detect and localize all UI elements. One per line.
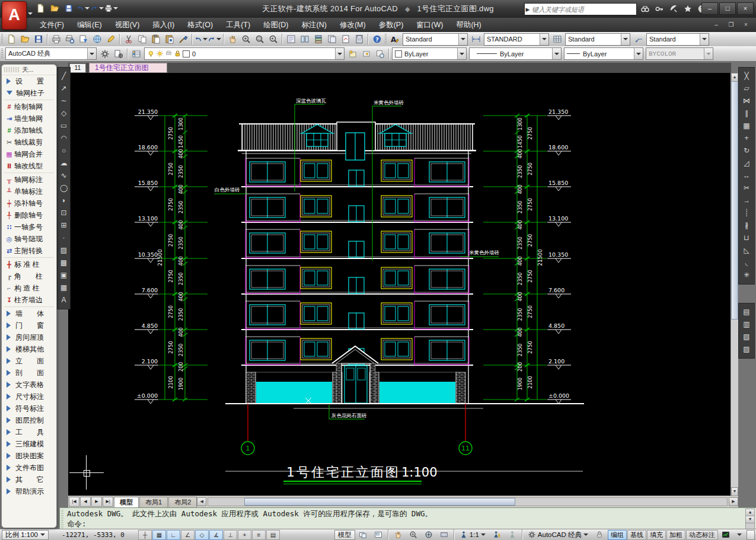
draw-order-back-button[interactable]: ▥ <box>741 318 752 331</box>
construction-line-button[interactable]: ↗ <box>58 82 69 95</box>
workspace-switching-button[interactable]: AutoCAD 经典 <box>524 530 592 540</box>
minimize-icon[interactable]: – <box>701 2 718 15</box>
linetype-combo-arrow-icon[interactable] <box>552 48 561 59</box>
undo-button[interactable] <box>194 33 208 46</box>
layer-states-button[interactable] <box>373 47 387 60</box>
rotate-button[interactable]: ↻ <box>741 145 752 157</box>
zoom-button[interactable] <box>406 530 421 540</box>
file-new-button[interactable] <box>4 33 18 46</box>
trim-button[interactable]: ✂ <box>741 182 752 194</box>
column-align-wall[interactable]: ↧柱齐墙边 <box>2 294 56 306</box>
toolbar-grip[interactable] <box>1 34 3 44</box>
palette-group-axis-column[interactable]: 轴网柱子 <box>2 87 56 99</box>
print-preview-button[interactable] <box>63 33 76 46</box>
chamfer-button[interactable]: ◺ <box>741 244 752 257</box>
copy-button[interactable] <box>135 33 149 46</box>
search-icon[interactable] <box>639 3 651 15</box>
gradient-button[interactable]: ▩ <box>58 257 69 269</box>
menu-view[interactable]: 视图(V) <box>109 18 146 32</box>
merge-axis-grid[interactable]: ▦轴网合并 <box>2 148 56 160</box>
annotation-scale-dropdown-icon[interactable] <box>481 533 486 538</box>
structural-column[interactable]: ⌐构 造 柱 <box>2 282 56 294</box>
circle-button[interactable]: ○ <box>58 145 69 157</box>
vertical-scrollbar[interactable]: ▲ ▼ <box>731 73 738 496</box>
point-button[interactable]: · <box>58 232 69 244</box>
favorites-icon[interactable] <box>682 3 694 15</box>
tarch-toggle-编组[interactable]: 编组 <box>608 530 627 540</box>
mleader-style-button[interactable] <box>631 33 645 46</box>
horizontal-scroll-thumb[interactable] <box>244 498 515 506</box>
palette-group-section[interactable]: 剖 面 <box>2 367 56 379</box>
explode-button[interactable]: ✳ <box>741 269 752 282</box>
make-block-button[interactable]: ⊞ <box>58 219 69 232</box>
layout-tab-布局1[interactable]: 布局1 <box>139 497 168 507</box>
menu-parameters[interactable]: 参数(P) <box>372 18 410 32</box>
ungroup-button[interactable]: ▨ <box>741 343 752 356</box>
table-style-button[interactable] <box>550 33 564 46</box>
menu-file[interactable]: 文件(F) <box>33 18 71 32</box>
palette-group-text-table[interactable]: 文字表格 <box>2 379 56 391</box>
dyn-toggle[interactable]: + <box>238 530 251 540</box>
group-button[interactable]: ▧ <box>741 331 752 343</box>
zoom-window-button[interactable] <box>253 33 266 46</box>
draw-order-front-button[interactable]: ▤ <box>741 306 752 318</box>
markup-button[interactable] <box>104 33 117 46</box>
polar-toggle[interactable]: ∠ <box>181 530 194 540</box>
scroll-up-icon[interactable]: ▲ <box>731 73 738 82</box>
workspace-combo-arrow-icon[interactable] <box>87 48 96 59</box>
layer-combo[interactable]: 0 <box>144 47 344 60</box>
annotation-autoscale-button[interactable] <box>505 530 520 540</box>
palette-group-stair-other[interactable]: 楼梯其他 <box>2 343 56 355</box>
snap-toggle[interactable]: ┼ <box>138 530 152 540</box>
communication-center-icon[interactable] <box>668 3 680 15</box>
text-style-button[interactable]: A <box>388 33 401 46</box>
menu-format[interactable]: 格式(O) <box>181 18 219 32</box>
hatch-button[interactable]: ▨ <box>58 244 69 257</box>
array-button[interactable]: ▦ <box>741 120 752 132</box>
properties-button[interactable] <box>284 33 298 46</box>
menu-dimension[interactable]: 标注(N) <box>295 18 333 32</box>
redo-button[interactable] <box>208 33 221 46</box>
osnap-toggle[interactable]: ◇ <box>195 530 209 540</box>
scale-button[interactable]: ◿ <box>741 157 752 170</box>
spline-button[interactable]: ∿ <box>58 170 69 182</box>
palette-group-layer[interactable]: 图层控制 <box>2 414 56 426</box>
table-button[interactable]: ▦ <box>58 282 69 294</box>
mtext-button[interactable]: A <box>58 294 69 306</box>
vertical-scroll-thumb[interactable] <box>731 81 738 319</box>
workspace-settings-button[interactable] <box>98 47 111 60</box>
polyline-button[interactable]: ∼ <box>58 95 69 107</box>
workspace-switch-dropdown-icon[interactable] <box>583 533 588 538</box>
layout-tab-模型[interactable]: 模型 <box>114 497 139 507</box>
menu-edit[interactable]: 编辑(E) <box>71 18 109 32</box>
tarch-toggle-动态标注[interactable]: 动态标注 <box>686 530 718 540</box>
layer-properties-button[interactable] <box>129 47 143 60</box>
tarch-toggle-基线[interactable]: 基线 <box>627 530 646 540</box>
command-scroll-up-icon[interactable]: ▲ <box>746 509 754 516</box>
redo-dropdown-icon[interactable] <box>216 38 221 43</box>
undo-dropdown-icon[interactable] <box>203 38 208 43</box>
annotation-scale-control[interactable]: 1:1 <box>456 530 489 540</box>
status-tray-arrow-icon[interactable] <box>737 533 742 538</box>
paste-as-block-button[interactable] <box>162 33 176 46</box>
region-button[interactable]: ▣ <box>58 269 69 282</box>
lineweight-combo[interactable]: ByLayer <box>564 47 643 60</box>
model-space-button[interactable]: 模型 <box>334 530 355 540</box>
wall-generate-axis[interactable]: ⇥墙生轴网 <box>2 113 56 124</box>
text-style-combo[interactable]: Standard <box>403 33 468 46</box>
drawing-tab-count[interactable]: 11 <box>69 63 86 73</box>
mleader-style-combo-arrow-icon[interactable] <box>700 34 709 45</box>
color-combo-arrow-icon[interactable] <box>457 48 466 59</box>
subscription-center-icon[interactable] <box>653 3 665 15</box>
draw-axis-grid[interactable]: #绘制轴网 <box>2 101 56 113</box>
annotation-visibility-button[interactable] <box>489 530 505 540</box>
otrack-toggle[interactable]: ∡ <box>209 530 223 540</box>
axis-linetype[interactable]: Ⅱ轴改线型 <box>2 160 56 172</box>
main-sub-convert[interactable]: ⇄主附转换 <box>2 245 56 257</box>
workspace-combo[interactable]: AutoCAD 经典 <box>5 47 97 60</box>
palette-group-tools[interactable]: 工 具 <box>2 426 56 438</box>
maximize-icon[interactable]: □ <box>719 2 736 15</box>
performance-tuner-button[interactable] <box>718 530 733 540</box>
publish-button[interactable] <box>76 33 90 46</box>
paste-button[interactable] <box>149 33 162 46</box>
